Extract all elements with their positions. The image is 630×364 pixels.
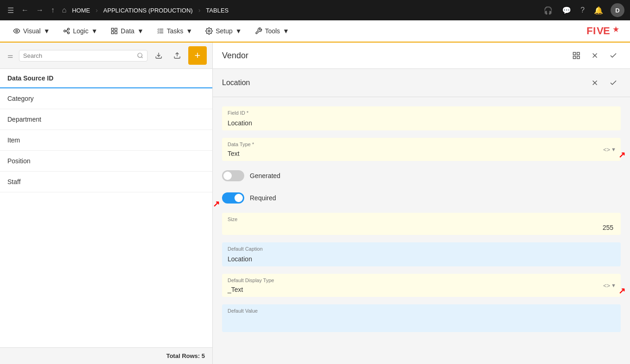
svg-marker-16 — [613, 26, 619, 32]
location-actions — [587, 75, 621, 90]
generated-label: Generated — [250, 172, 280, 179]
menu-visual-arrow: ▼ — [43, 27, 50, 35]
menu-setup[interactable]: Setup ▼ — [200, 24, 247, 38]
svg-text:F: F — [587, 25, 593, 37]
vendor-close-btn[interactable] — [587, 48, 602, 63]
menu-data-arrow: ▼ — [137, 27, 144, 35]
svg-point-17 — [138, 53, 142, 57]
top-nav-left: ☰ ← → ↑ ⌂ HOME › APPLICATIONS (PRODUCTIO… — [6, 4, 538, 17]
menu-tasks-arrow: ▼ — [186, 27, 192, 35]
svg-rect-5 — [115, 28, 117, 31]
generated-toggle-row: Generated — [222, 168, 621, 183]
field-id-group: Field ID * — [222, 106, 621, 130]
headset-icon[interactable]: 🎧 — [542, 4, 555, 17]
menu-tools-label: Tools — [265, 27, 280, 35]
location-header: Location — [213, 69, 630, 97]
code-icon2[interactable]: <> — [603, 282, 610, 289]
hamburger-icon[interactable]: ☰ — [6, 4, 16, 17]
required-toggle[interactable] — [222, 192, 244, 204]
breadcrumb-home[interactable]: HOME — [72, 7, 90, 14]
menu-tools[interactable]: Tools ▼ — [249, 24, 295, 38]
default-value-label: Default Value — [228, 308, 258, 314]
svg-text:E: E — [603, 25, 610, 37]
default-display-type-label: Default Display Type — [228, 278, 274, 283]
menu-bar: Visual ▼ Logic ▼ Data ▼ Tasks ▼ Setup ▼ … — [0, 20, 630, 43]
svg-point-11 — [208, 30, 210, 32]
size-group: Size 255 — [222, 213, 621, 235]
svg-rect-6 — [111, 31, 114, 34]
svg-line-18 — [142, 57, 143, 58]
menu-tasks[interactable]: Tasks ▼ — [151, 24, 198, 38]
add-btn[interactable]: + — [188, 46, 207, 65]
toolbar: ⚌ + — [0, 43, 212, 69]
up-icon[interactable]: ↑ — [49, 4, 56, 16]
location-title: Location — [222, 79, 587, 87]
svg-point-1 — [64, 30, 66, 32]
help-icon[interactable]: ? — [579, 4, 587, 16]
location-form: Field ID * Data Type * Text <> ▼ — [213, 97, 630, 364]
svg-rect-23 — [573, 56, 575, 59]
data-type-group: Data Type * Text <> ▼ ↗ — [222, 138, 621, 161]
breadcrumb-tables[interactable]: TABLES — [206, 7, 229, 14]
home-icon[interactable]: ⌂ — [60, 4, 68, 16]
svg-point-3 — [68, 32, 69, 34]
menu-logic-label: Logic — [73, 27, 88, 35]
filter-icon[interactable]: ⚌ — [6, 50, 15, 61]
menu-setup-label: Setup — [216, 27, 233, 35]
field-id-label: Field ID * — [228, 110, 248, 116]
svg-rect-7 — [115, 31, 117, 34]
upload-btn[interactable] — [170, 48, 185, 63]
required-label: Required — [250, 194, 276, 202]
vendor-confirm-btn[interactable] — [606, 48, 621, 63]
chevron-down-icon[interactable]: ▼ — [611, 147, 616, 152]
search-container — [19, 50, 148, 62]
default-caption-label: Default Caption — [228, 246, 263, 252]
menu-visual-label: Visual — [23, 27, 41, 35]
menu-setup-arrow: ▼ — [235, 27, 242, 35]
location-confirm-btn[interactable] — [606, 75, 621, 90]
table-row[interactable]: Staff — [0, 172, 212, 192]
generated-toggle[interactable] — [222, 170, 244, 181]
back-icon[interactable]: ← — [19, 4, 31, 16]
menu-logic[interactable]: Logic ▼ — [57, 24, 103, 38]
default-value-input[interactable] — [228, 317, 615, 325]
vendor-header: Vendor — [213, 43, 630, 69]
table-rows: Category Department Item Position Staff — [0, 88, 212, 347]
search-input[interactable] — [23, 52, 137, 59]
menu-tools-arrow: ▼ — [283, 27, 289, 35]
field-id-input[interactable] — [228, 119, 615, 127]
menu-logic-arrow: ▼ — [91, 27, 98, 35]
svg-rect-24 — [577, 56, 580, 59]
grid-view-btn[interactable] — [569, 48, 584, 63]
menu-visual[interactable]: Visual ▼ — [7, 24, 56, 38]
chat-icon[interactable]: 💬 — [560, 4, 573, 17]
table-row[interactable]: Department — [0, 109, 212, 130]
svg-point-2 — [68, 28, 69, 30]
code-icon[interactable]: <> — [603, 146, 610, 153]
svg-text:I: I — [593, 25, 596, 37]
bell-icon[interactable]: 🔔 — [592, 4, 605, 17]
user-avatar[interactable]: D — [611, 3, 624, 17]
default-caption-input[interactable] — [228, 255, 615, 263]
table-row[interactable]: Position — [0, 151, 212, 172]
top-navbar: ☰ ← → ↑ ⌂ HOME › APPLICATIONS (PRODUCTIO… — [0, 0, 630, 20]
sep1: › — [96, 6, 98, 14]
table-row[interactable]: Category — [0, 88, 212, 109]
data-type-value: Text — [228, 150, 598, 157]
breadcrumb-applications[interactable]: APPLICATIONS (PRODUCTION) — [103, 7, 192, 14]
location-panel: Location Field ID * — [213, 69, 630, 364]
generated-toggle-slider — [222, 170, 244, 181]
left-panel: ⚌ + Data Source ID Category Department I… — [0, 43, 213, 364]
location-close-btn[interactable] — [587, 75, 602, 90]
forward-icon[interactable]: → — [34, 4, 45, 16]
data-type-label: Data Type * — [228, 142, 254, 147]
chevron-down-icon2[interactable]: ▼ — [611, 283, 616, 288]
download-btn[interactable] — [151, 48, 166, 63]
table-row[interactable]: Item — [0, 130, 212, 151]
size-value: 255 — [228, 224, 615, 231]
top-nav-right: 🎧 💬 ? 🔔 D — [542, 3, 624, 17]
table-column-header: Data Source ID — [0, 69, 212, 88]
menu-data[interactable]: Data ▼ — [105, 24, 149, 38]
menu-data-label: Data — [121, 27, 135, 35]
vendor-actions — [569, 48, 621, 63]
